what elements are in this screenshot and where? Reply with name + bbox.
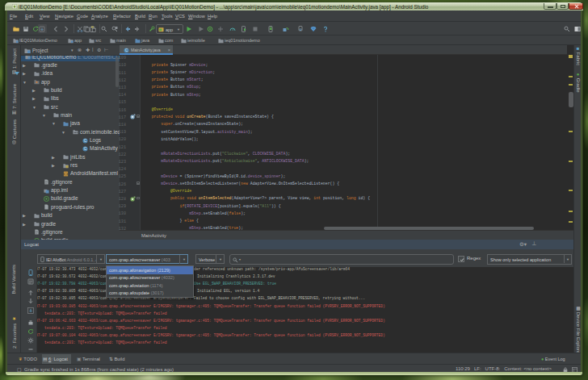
svg-text:C: C — [84, 139, 87, 143]
svg-text:C: C — [125, 48, 128, 52]
svg-text:C: C — [84, 147, 87, 151]
